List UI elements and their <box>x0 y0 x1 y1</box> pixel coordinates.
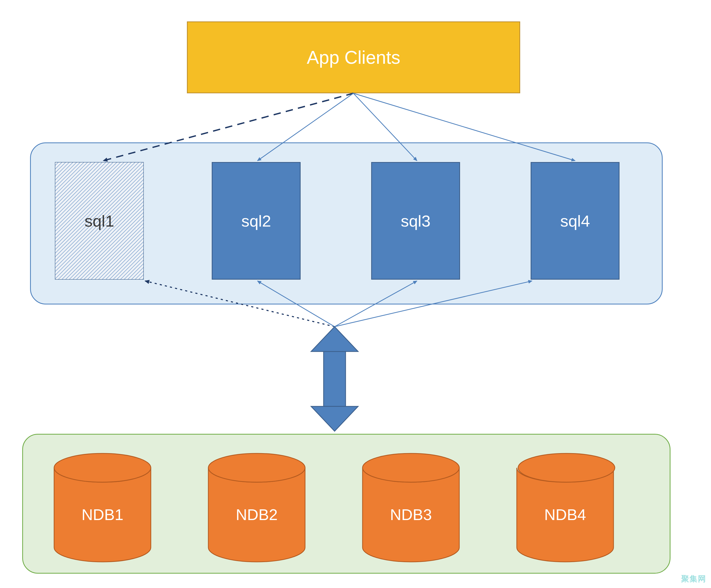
arrow-clients-to-sql4 <box>353 93 575 161</box>
arrow-hub-to-sql4 <box>335 281 532 327</box>
svg-rect-6 <box>324 349 346 409</box>
arrow-hub-to-sql2 <box>257 281 335 327</box>
watermark-text: 聚集网 <box>681 574 706 584</box>
arrow-clients-to-sql2 <box>257 93 353 161</box>
arrow-clients-to-sql3 <box>353 93 417 161</box>
sql1-label: sql1 <box>84 212 114 230</box>
arrow-hub-to-sql3 <box>335 281 417 327</box>
arrow-hub-to-sql1 <box>145 281 335 327</box>
double-arrow-sql-ndb <box>311 327 358 431</box>
arrow-clients-to-sql1 <box>103 93 353 161</box>
connectors-layer <box>0 0 711 588</box>
